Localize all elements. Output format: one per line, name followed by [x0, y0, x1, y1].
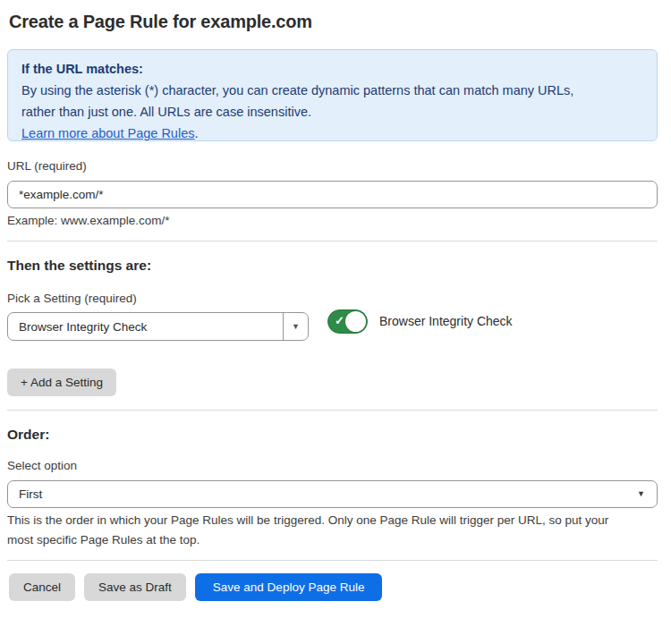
divider: [7, 241, 658, 242]
divider: [7, 410, 658, 411]
browser-integrity-toggle[interactable]: ✓: [327, 309, 368, 334]
url-matches-info-box: If the URL matches: By using the asteris…: [7, 49, 658, 141]
save-and-deploy-button[interactable]: Save and Deploy Page Rule: [195, 573, 383, 601]
settings-section-heading: Then the settings are:: [7, 258, 151, 274]
add-setting-button[interactable]: + Add a Setting: [7, 369, 116, 396]
info-box-body: By using the asterisk (*) character, you…: [21, 80, 643, 123]
info-box-link-row: Learn more about Page Rules.: [21, 123, 643, 144]
setting-select[interactable]: Browser Integrity Check ▼: [7, 312, 309, 341]
url-example-hint: Example: www.example.com/*: [7, 214, 170, 227]
footer-button-row: Cancel Save as Draft Save and Deploy Pag…: [9, 573, 382, 601]
pick-setting-label: Pick a Setting (required): [7, 292, 137, 305]
url-input[interactable]: [7, 181, 658, 208]
order-select-label: Select option: [7, 459, 77, 472]
check-icon: ✓: [335, 315, 344, 326]
caret-down-icon: ▼: [637, 490, 645, 498]
order-section-heading: Order:: [7, 427, 49, 443]
learn-more-link[interactable]: Learn more about Page Rules: [21, 126, 194, 140]
caret-down-icon: ▼: [292, 323, 300, 331]
toggle-label: Browser Integrity Check: [379, 314, 513, 328]
toggle-knob: [345, 311, 366, 332]
url-field-label: URL (required): [7, 159, 87, 173]
info-box-body-line2: rather than just one. All URLs are case …: [21, 101, 643, 123]
page-title: Create a Page Rule for example.com: [9, 12, 312, 32]
setting-select-arrow-button[interactable]: ▼: [283, 313, 308, 340]
setting-select-value: Browser Integrity Check: [8, 320, 283, 334]
cancel-button[interactable]: Cancel: [9, 573, 75, 601]
order-help-line2: most specific Page Rules at the top.: [7, 530, 608, 550]
info-box-body-line1: By using the asterisk (*) character, you…: [21, 80, 643, 101]
order-help-line1: This is the order in which your Page Rul…: [7, 511, 608, 530]
link-suffix: .: [194, 126, 198, 140]
order-select[interactable]: First ▼: [7, 480, 658, 508]
info-box-heading: If the URL matches:: [21, 58, 643, 80]
order-select-value: First: [8, 487, 637, 501]
order-help-text: This is the order in which your Page Rul…: [7, 511, 608, 550]
save-as-draft-button[interactable]: Save as Draft: [84, 573, 186, 601]
divider: [7, 560, 658, 561]
create-page-rule-panel: Create a Page Rule for example.com If th…: [0, 0, 671, 644]
